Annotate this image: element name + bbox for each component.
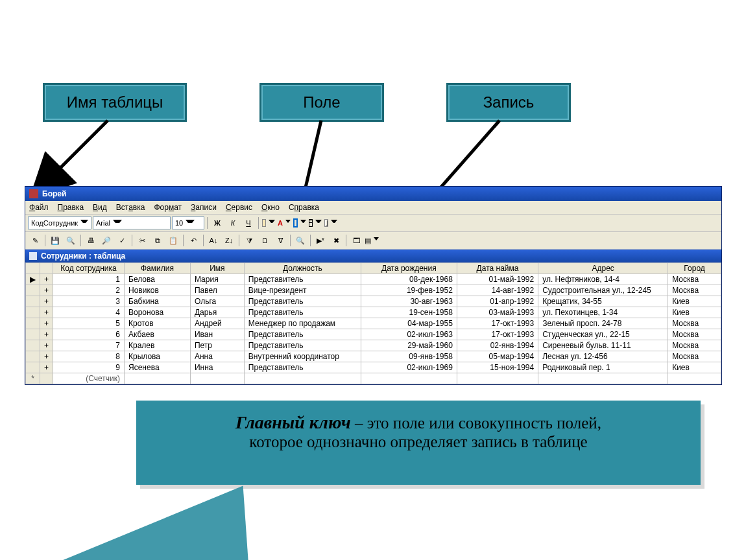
expand-button[interactable]: + [40,362,53,373]
cell-firstname[interactable]: Иван [190,329,244,340]
cell-birthdate[interactable]: 09-янв-1958 [361,351,457,362]
cell-birthdate[interactable]: 08-дек-1968 [361,274,457,285]
cell-firstname[interactable]: Дарья [190,307,244,318]
cell-firstname[interactable]: Павел [190,285,244,296]
row-selector[interactable] [26,318,40,329]
cell-firstname[interactable]: Петр [190,340,244,351]
db-window-button[interactable]: 🗔 [349,233,363,248]
cell-job[interactable]: Представитель [244,296,361,307]
cell-job[interactable]: Представитель [244,362,361,373]
cell-lastname[interactable]: Новиков [125,285,191,296]
cell-id[interactable]: 6 [53,329,125,340]
search-file-button[interactable]: 🔍 [64,233,78,248]
cell-hiredate[interactable]: 17-окт-1993 [457,329,538,340]
paste-button[interactable]: 📋 [166,233,180,248]
cell-address[interactable]: Студенческая ул., 22-15 [538,329,668,340]
cell-id[interactable]: 3 [53,296,125,307]
cell-hiredate[interactable]: 01-май-1992 [457,274,538,285]
cell-job[interactable] [244,373,361,384]
row-selector[interactable]: ▶ [26,274,40,285]
new-record-button[interactable]: ▶* [313,233,328,248]
cell-id[interactable]: 9 [53,362,125,373]
cell-job[interactable]: Вице-президент [244,285,361,296]
cell-id[interactable]: (Счетчик) [53,373,125,384]
cell-id[interactable]: 4 [53,307,125,318]
cell-address[interactable] [538,373,668,384]
cell-birthdate[interactable]: 29-май-1960 [361,340,457,351]
expand-button[interactable]: + [40,351,53,362]
table-row[interactable]: +7КралевПетрПредставитель29-май-196002-я… [26,340,721,351]
cell-id[interactable]: 8 [53,351,125,362]
cell-firstname[interactable]: Анна [190,351,244,362]
row-selector[interactable] [26,340,40,351]
cell-lastname[interactable]: Кралев [125,340,191,351]
cell-birthdate[interactable]: 02-июл-1963 [361,329,457,340]
cell-hiredate[interactable] [457,373,538,384]
cell-birthdate[interactable]: 19-сен-1958 [361,307,457,318]
col-lastname[interactable]: Фамилия [125,263,191,274]
cell-city[interactable] [668,373,721,384]
cell-city[interactable]: Москва [668,274,721,285]
col-birthdate[interactable]: Дата рождения [361,263,457,274]
table-row[interactable]: ▶+1БеловаМарияПредставитель08-дек-196801… [26,274,721,285]
table-row[interactable]: +9ЯсеневаИннаПредставитель02-июл-196915-… [26,362,721,373]
row-selector[interactable] [26,285,40,296]
row-selector[interactable]: * [26,373,40,384]
table-row[interactable]: +2НовиковПавелВице-президент19-фев-19521… [26,285,721,296]
menu-window[interactable]: Окно [261,203,280,212]
cell-job[interactable]: Представитель [244,274,361,285]
cell-birthdate[interactable] [361,373,457,384]
view-button[interactable]: ✎ [28,233,42,248]
cell-address[interactable]: ул. Нефтяников, 14-4 [538,274,668,285]
table-row[interactable]: +4ВороноваДарьяПредставитель19-сен-19580… [26,307,721,318]
grid-button[interactable] [308,216,322,230]
font-selector[interactable]: Arial [93,216,171,229]
table-row[interactable]: +5КротовАндрейМенеджер по продажам04-мар… [26,318,721,329]
copy-button[interactable]: ⧉ [150,233,165,248]
cell-firstname[interactable]: Ольга [190,296,244,307]
cell-id[interactable]: 2 [53,285,125,296]
filter-sel-button[interactable]: ⧩ [242,233,256,248]
filter-form-button[interactable]: 🗒 [258,233,272,248]
menu-bar[interactable]: Файл Правка Вид Вставка Формат Записи Се… [25,201,721,215]
menu-view[interactable]: Вид [93,203,107,212]
row-selector[interactable] [26,307,40,318]
apply-filter-button[interactable]: ∇ [273,233,287,248]
cell-lastname[interactable]: Крылова [125,351,191,362]
expand-button[interactable]: + [40,285,53,296]
expand-button[interactable]: + [40,274,53,285]
cell-lastname[interactable]: Бабкина [125,296,191,307]
col-city[interactable]: Город [668,263,721,274]
menu-file[interactable]: Файл [29,203,49,212]
cell-id[interactable]: 7 [53,340,125,351]
expand-button[interactable]: + [40,307,53,318]
undo-button[interactable]: ↶ [186,233,200,248]
cell-address[interactable]: Родниковый пер. 1 [538,362,668,373]
col-hiredate[interactable]: Дата найма [457,263,538,274]
cell-hiredate[interactable]: 01-апр-1992 [457,296,538,307]
expand-button[interactable]: + [40,318,53,329]
row-selector[interactable] [26,351,40,362]
sort-desc-button[interactable]: Z↓ [222,233,236,248]
cell-lastname[interactable]: Воронова [125,307,191,318]
cell-address[interactable]: Зеленый просп. 24-78 [538,318,668,329]
cell-address[interactable]: Лесная ул. 12-456 [538,351,668,362]
menu-help[interactable]: Справка [289,203,319,212]
print-preview-button[interactable]: 🔎 [99,233,114,248]
cell-address[interactable]: Судостроительная ул., 12-245 [538,285,668,296]
border-color-button[interactable] [293,216,307,230]
menu-insert[interactable]: Вставка [116,203,145,212]
cell-address[interactable]: Сиреневый бульв. 11-11 [538,340,668,351]
cell-job[interactable]: Внутренний координатор [244,351,361,362]
expand-button[interactable]: + [40,296,53,307]
row-selector[interactable] [26,296,40,307]
col-address[interactable]: Адрес [538,263,668,274]
menu-edit[interactable]: Правка [58,203,84,212]
cell-id[interactable]: 5 [53,318,125,329]
cell-job[interactable]: Представитель [244,340,361,351]
bold-button[interactable]: Ж [210,216,224,230]
print-button[interactable]: 🖶 [84,233,98,248]
cell-firstname[interactable]: Инна [190,362,244,373]
cell-birthdate[interactable]: 02-июл-1969 [361,362,457,373]
cell-hiredate[interactable]: 14-авг-1992 [457,285,538,296]
